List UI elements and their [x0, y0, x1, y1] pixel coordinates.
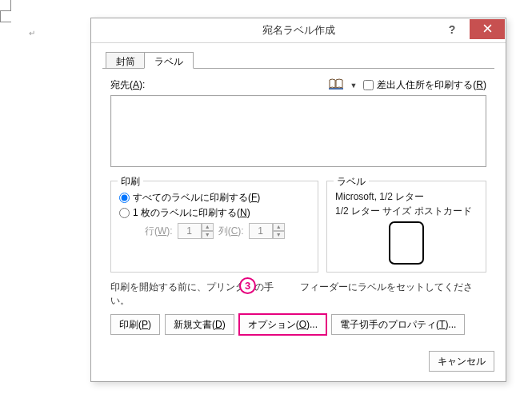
new-document-button[interactable]: 新規文書(D)	[165, 314, 234, 335]
tab-strip: 封筒 ラベル	[102, 51, 494, 69]
annotation-badge: 3	[239, 277, 256, 294]
estamp-button[interactable]: 電子切手のプロパティ(T)...	[331, 314, 465, 335]
label-preview-icon	[389, 221, 424, 265]
address-book-dropdown[interactable]: ▼	[348, 82, 358, 90]
address-textarea[interactable]	[110, 95, 486, 167]
return-address-checkbox[interactable]: 差出人住所を印刷する(R)	[363, 78, 486, 92]
print-one-input[interactable]	[119, 208, 130, 218]
col-down-icon: ▼	[273, 231, 285, 239]
svg-rect-0	[329, 88, 343, 90]
options-button[interactable]: オプション(O)...	[239, 314, 326, 335]
return-address-input[interactable]	[363, 80, 374, 90]
print-all-input[interactable]	[119, 193, 130, 203]
titlebar: 宛名ラベル作成 ?	[91, 18, 506, 43]
print-group-title: 印刷	[118, 175, 143, 189]
tab-label[interactable]: ラベル	[144, 52, 194, 69]
address-label: 宛先(A):	[110, 78, 145, 92]
label-product: 1/2 レター サイズ ポストカード	[335, 205, 478, 218]
close-button[interactable]	[470, 19, 505, 39]
label-vendor: Microsoft, 1/2 レター	[335, 190, 478, 204]
label-group: ラベル Microsoft, 1/2 レター 1/2 レター サイズ ポストカー…	[326, 181, 486, 273]
row-label: 行(W):	[145, 225, 173, 238]
return-address-label: 差出人住所を印刷する(R)	[377, 78, 486, 92]
cancel-button[interactable]: キャンセル	[429, 351, 494, 372]
return-glyph: ↵	[29, 29, 35, 38]
row-up-icon: ▲	[202, 223, 214, 231]
address-book-icon	[329, 78, 343, 90]
col-up-icon: ▲	[273, 223, 285, 231]
print-button[interactable]: 印刷(P)	[110, 314, 160, 335]
crop-mark-tr	[0, 11, 11, 22]
tab-envelope[interactable]: 封筒	[106, 52, 146, 69]
close-icon	[483, 24, 492, 35]
labels-dialog: 宛名ラベル作成 ? 封筒 ラベル 宛先(A):	[90, 18, 506, 382]
print-one-radio[interactable]: 1 枚のラベルに印刷する(N)	[119, 206, 310, 220]
label-group-title: ラベル	[334, 175, 369, 189]
row-down-icon: ▼	[202, 231, 214, 239]
col-label: 列(C):	[218, 225, 244, 238]
print-group: 印刷 すべてのラベルに印刷する(F) 1 枚のラベルに印刷する(N)	[110, 181, 318, 273]
col-input	[249, 223, 273, 239]
help-button[interactable]: ?	[434, 19, 470, 39]
address-book-button[interactable]	[329, 78, 343, 92]
print-all-radio[interactable]: すべてのラベルに印刷する(F)	[119, 191, 310, 205]
col-stepper: ▲▼	[249, 223, 285, 239]
row-input	[178, 223, 202, 239]
crop-mark-tl	[0, 0, 11, 11]
row-stepper: ▲▼	[178, 223, 214, 239]
